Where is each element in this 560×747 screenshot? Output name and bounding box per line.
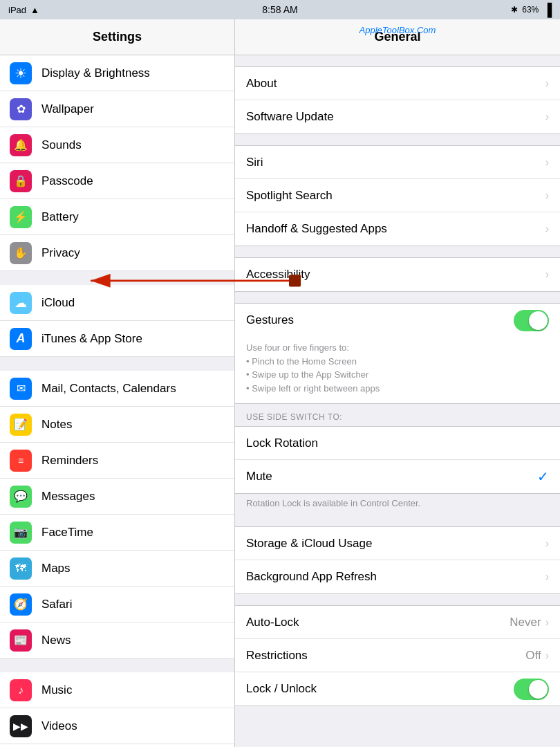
bg-refresh-chevron: › (545, 571, 549, 583)
gestures-description: Use four or five fingers to:• Pinch to t… (235, 337, 560, 404)
sidebar-label-privacy: Privacy (41, 246, 225, 260)
sidebar-item-videos[interactable]: ▶▶ Videos (0, 708, 234, 744)
sidebar-item-icloud[interactable]: ☁ iCloud (0, 285, 234, 321)
sidebar-label-display: Display & Brightness (41, 66, 225, 80)
sidebar-item-reminders[interactable]: ≡ Reminders (0, 443, 234, 479)
sidebar-label-videos: Videos (41, 719, 225, 733)
sidebar: Settings ☀ Display & Brightness ✿ Wallpa… (0, 19, 235, 747)
siri-chevron: › (545, 156, 549, 169)
gestures-desc-text: Use four or five fingers to:• Pinch to t… (246, 341, 549, 395)
sidebar-item-facetime[interactable]: 📷 FaceTime (0, 515, 234, 551)
sidebar-item-battery[interactable]: ⚡ Battery (0, 199, 234, 235)
row-siri[interactable]: Siri › (235, 146, 560, 179)
sidebar-label-news: News (41, 634, 225, 647)
gestures-toggle[interactable] (514, 310, 549, 331)
sidebar-gap-1 (0, 271, 234, 285)
about-label: About (246, 77, 545, 91)
row-gestures[interactable]: Gestures (235, 304, 560, 337)
storage-chevron: › (545, 537, 549, 550)
sidebar-label-itunes: iTunes & App Store (41, 332, 225, 346)
section-storage: Storage & iCloud Usage › Background App … (235, 526, 560, 594)
restrictions-value: Off (525, 649, 541, 663)
row-storage[interactable]: Storage & iCloud Usage › (235, 527, 560, 560)
handoff-chevron: › (545, 223, 549, 235)
row-mute[interactable]: Mute ✓ (235, 460, 560, 493)
row-accessibility[interactable]: Accessibility › (235, 258, 560, 291)
news-icon: 📰 (10, 629, 32, 652)
status-right: ✱ 63% ▐ (511, 3, 552, 17)
auto-lock-chevron: › (545, 616, 549, 629)
sidebar-item-news[interactable]: 📰 News (0, 622, 234, 658)
row-software-update[interactable]: Software Update › (235, 100, 560, 133)
row-restrictions[interactable]: Restrictions Off › (235, 639, 560, 672)
sidebar-item-music[interactable]: ♪ Music (0, 672, 234, 708)
sidebar-item-notes[interactable]: 📝 Notes (0, 407, 234, 443)
storage-label: Storage & iCloud Usage (246, 537, 545, 551)
siri-label: Siri (246, 156, 545, 169)
maps-icon: 🗺 (10, 557, 32, 580)
display-icon: ☀ (10, 62, 32, 84)
lock-unlock-label: Lock / Unlock (246, 682, 514, 696)
status-time: 8:58 AM (262, 4, 297, 15)
sidebar-label-sounds: Sounds (41, 138, 225, 152)
software-update-chevron: › (545, 111, 549, 123)
gestures-label: Gestures (246, 313, 514, 327)
ipad-label: iPad (8, 5, 26, 15)
sidebar-item-display[interactable]: ☀ Display & Brightness (0, 55, 234, 91)
spotlight-label: Spotlight Search (246, 189, 545, 203)
mail-icon: ✉ (10, 378, 32, 400)
sidebar-label-maps: Maps (41, 562, 225, 575)
sidebar-title: Settings (0, 19, 234, 55)
sidebar-item-wallpaper[interactable]: ✿ Wallpaper (0, 91, 234, 127)
sidebar-label-wallpaper: Wallpaper (41, 102, 225, 116)
sidebar-item-safari[interactable]: 🧭 Safari (0, 587, 234, 622)
row-bg-refresh[interactable]: Background App Refresh › (235, 560, 560, 593)
spotlight-chevron: › (545, 190, 549, 202)
section-siri: Siri › Spotlight Search › Handoff & Sugg… (235, 145, 560, 246)
auto-lock-label: Auto-Lock (246, 616, 510, 629)
sidebar-label-notes: Notes (41, 418, 225, 432)
row-spotlight[interactable]: Spotlight Search › (235, 179, 560, 212)
icloud-icon: ☁ (10, 292, 32, 314)
sidebar-item-sounds[interactable]: 🔔 Sounds (0, 127, 234, 163)
sidebar-item-privacy[interactable]: ✋ Privacy (0, 235, 234, 271)
row-lock-unlock[interactable]: Lock / Unlock (235, 672, 560, 706)
right-panel: General About › Software Update › Siri › (235, 19, 560, 747)
lock-rotation-label: Lock Rotation (246, 436, 549, 450)
lock-unlock-toggle[interactable] (514, 679, 549, 700)
bluetooth-icon: ✱ (511, 5, 518, 15)
sidebar-label-messages: Messages (41, 490, 225, 504)
privacy-icon: ✋ (10, 242, 32, 264)
rotation-lock-note: Rotation Lock is available in Control Ce… (235, 494, 560, 515)
sidebar-item-passcode[interactable]: 🔒 Passcode (0, 163, 234, 199)
right-content: About › Software Update › Siri › Spotlig… (235, 66, 560, 706)
row-auto-lock[interactable]: Auto-Lock Never › (235, 606, 560, 639)
wifi-icon: ▲ (30, 5, 39, 15)
sidebar-item-messages[interactable]: 💬 Messages (0, 479, 234, 515)
row-lock-rotation[interactable]: Lock Rotation (235, 427, 560, 460)
sidebar-item-maps[interactable]: 🗺 Maps (0, 551, 234, 587)
sidebar-label-icloud: iCloud (41, 296, 225, 310)
sidebar-label-battery: Battery (41, 210, 225, 224)
row-handoff[interactable]: Handoff & Suggested Apps › (235, 212, 560, 246)
side-switch-header: USE SIDE SWITCH TO: (235, 404, 560, 426)
reminders-icon: ≡ (10, 450, 32, 472)
row-about[interactable]: About › (235, 67, 560, 100)
sidebar-label-passcode: Passcode (41, 174, 225, 188)
sidebar-label-facetime: FaceTime (41, 526, 225, 540)
sidebar-item-itunes[interactable]: A iTunes & App Store (0, 321, 234, 357)
sidebar-label-mail: Mail, Contacts, Calendars (41, 382, 225, 396)
restrictions-chevron: › (545, 649, 549, 662)
safari-icon: 🧭 (10, 593, 32, 616)
sidebar-item-mail[interactable]: ✉ Mail, Contacts, Calendars (0, 371, 234, 407)
accessibility-label: Accessibility (246, 268, 545, 282)
toggle-knob (529, 311, 548, 330)
right-panel-title: General (235, 19, 560, 55)
sidebar-label-music: Music (41, 683, 225, 697)
sidebar-gap-3 (0, 658, 234, 672)
battery-sidebar-icon: ⚡ (10, 206, 32, 228)
software-update-label: Software Update (246, 110, 545, 124)
notes-icon: 📝 (10, 414, 32, 436)
section-side-switch: Lock Rotation Mute ✓ (235, 426, 560, 494)
sidebar-item-photos[interactable]: 🌸 Photos & Camera (0, 744, 234, 747)
